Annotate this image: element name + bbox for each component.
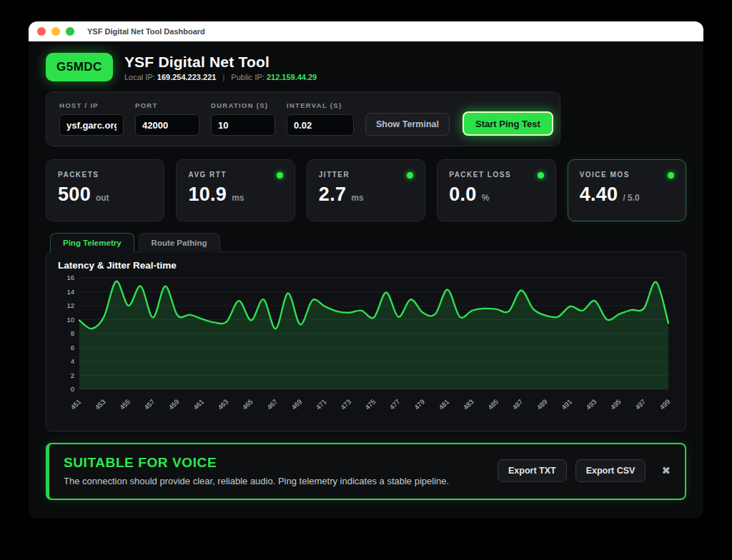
svg-text:479: 479 — [412, 398, 426, 411]
verdict-text-block: SUITABLE FOR VOICE The connection should… — [64, 455, 489, 486]
svg-text:14: 14 — [66, 288, 74, 296]
svg-text:499: 499 — [658, 398, 671, 411]
svg-text:457: 457 — [142, 398, 156, 411]
svg-text:491: 491 — [560, 398, 573, 411]
stat-label: VOICE MOS — [580, 171, 674, 179]
show-terminal-button[interactable]: Show Terminal — [365, 113, 450, 136]
svg-text:2: 2 — [71, 371, 74, 379]
status-ok-dot — [668, 172, 674, 179]
svg-text:453: 453 — [94, 398, 107, 411]
svg-text:493: 493 — [584, 398, 598, 411]
stat-value: 0.0 — [449, 184, 476, 206]
local-ip-value: 169.254.223.221 — [157, 73, 217, 81]
svg-text:485: 485 — [486, 398, 500, 411]
status-ok-dot — [538, 172, 544, 179]
stat-label: JITTER — [319, 171, 413, 179]
verdict-title: SUITABLE FOR VOICE — [64, 455, 489, 471]
svg-text:471: 471 — [315, 398, 328, 411]
svg-text:12: 12 — [66, 301, 74, 309]
title-block: YSF Digital Net Tool Local IP: 169.254.2… — [124, 54, 317, 81]
svg-text:6: 6 — [71, 344, 74, 351]
stat-label: PACKETS — [58, 171, 152, 179]
interval-label: INTERVAL (S) — [287, 101, 354, 109]
stat-card-packets: PACKETS 500 out — [46, 159, 164, 221]
verdict-banner: SUITABLE FOR VOICE The connection should… — [46, 443, 686, 500]
verdict-message: The connection should provide clear, rel… — [64, 476, 489, 486]
duration-field-group: DURATION (S) — [211, 101, 275, 136]
tab-route-pathing[interactable]: Route Pathing — [139, 233, 220, 252]
svg-text:8: 8 — [71, 329, 74, 337]
public-ip-label: Public IP: — [231, 73, 264, 81]
interval-field-group: INTERVAL (S) — [287, 101, 354, 136]
close-banner-icon[interactable]: ✖ — [661, 464, 671, 477]
desktop-background: YSF Digital Net Tool Dashboard G5MDC YSF… — [0, 0, 732, 560]
port-label: PORT — [135, 101, 199, 109]
stat-unit: ms — [351, 193, 363, 203]
svg-text:467: 467 — [265, 398, 279, 411]
svg-text:469: 469 — [290, 398, 303, 411]
host-input[interactable] — [59, 114, 124, 136]
stat-label: AVG RTT — [188, 171, 282, 179]
start-ping-test-button[interactable]: Start Ping Test — [463, 111, 553, 136]
stat-unit: out — [96, 193, 109, 203]
tab-ping-telemetry[interactable]: Ping Telemetry — [50, 233, 134, 252]
svg-text:463: 463 — [216, 398, 229, 411]
port-input[interactable] — [135, 114, 199, 136]
window-titlebar: YSF Digital Net Tool Dashboard — [29, 21, 703, 41]
minimize-window-button[interactable] — [51, 27, 60, 36]
duration-input[interactable] — [211, 114, 275, 136]
close-window-button[interactable] — [37, 27, 46, 36]
app-header: G5MDC YSF Digital Net Tool Local IP: 169… — [46, 53, 686, 81]
export-csv-button[interactable]: Export CSV — [575, 459, 646, 482]
latency-area-chart: 0246810121416451453455457459461463465467… — [56, 272, 674, 428]
stat-value: 500 — [58, 184, 91, 206]
svg-text:16: 16 — [66, 274, 74, 281]
svg-text:497: 497 — [633, 398, 647, 411]
stat-value: 10.9 — [188, 184, 227, 206]
svg-text:473: 473 — [339, 398, 352, 411]
page-title: YSF Digital Net Tool — [124, 54, 317, 71]
host-label: HOST / IP — [59, 101, 124, 109]
stat-card-packet-loss: PACKET LOSS 0.0 % — [437, 159, 555, 221]
stat-card-avg-rtt: AVG RTT 10.9 ms — [176, 159, 295, 221]
svg-text:461: 461 — [192, 398, 205, 411]
zoom-window-button[interactable] — [66, 27, 74, 36]
svg-text:455: 455 — [118, 398, 132, 411]
svg-text:465: 465 — [241, 398, 254, 411]
ip-separator: | — [222, 73, 224, 81]
interval-input[interactable] — [287, 114, 354, 136]
stat-card-jitter: JITTER 2.7 ms — [307, 159, 425, 221]
telemetry-chart-panel: Latency & Jitter Real-time 0246810121416… — [46, 251, 686, 431]
svg-text:459: 459 — [167, 398, 181, 411]
stat-value: 2.7 — [319, 184, 346, 206]
svg-text:4: 4 — [71, 357, 74, 365]
stat-unit: / 5.0 — [623, 193, 639, 203]
svg-text:481: 481 — [437, 398, 450, 411]
chart-tabs: Ping Telemetry Route Pathing — [46, 233, 686, 252]
window-title: YSF Digital Net Tool Dashboard — [87, 27, 205, 36]
duration-label: DURATION (S) — [211, 101, 275, 109]
port-field-group: PORT — [135, 101, 199, 136]
export-txt-button[interactable]: Export TXT — [498, 459, 567, 482]
svg-text:10: 10 — [66, 316, 74, 324]
app-window: YSF Digital Net Tool Dashboard G5MDC YSF… — [29, 21, 703, 519]
status-ok-dot — [277, 172, 283, 179]
svg-text:451: 451 — [69, 398, 82, 411]
stat-value: 4.40 — [580, 184, 618, 206]
svg-text:489: 489 — [535, 398, 549, 411]
svg-text:0: 0 — [71, 385, 74, 393]
stat-unit: ms — [232, 193, 244, 203]
local-ip-label: Local IP: — [124, 73, 155, 81]
host-field-group: HOST / IP — [59, 101, 124, 136]
chart-title: Latency & Jitter Real-time — [58, 260, 676, 271]
svg-text:477: 477 — [388, 398, 402, 411]
stat-unit: % — [482, 193, 490, 203]
stat-card-voice-mos: VOICE MOS 4.40 / 5.0 — [568, 159, 686, 221]
dashboard-content: G5MDC YSF Digital Net Tool Local IP: 169… — [29, 41, 703, 513]
ping-config-panel: HOST / IP PORT DURATION (S) INTERVAL (S)… — [46, 91, 560, 146]
stat-label: PACKET LOSS — [449, 171, 543, 179]
svg-text:475: 475 — [363, 398, 377, 411]
ip-address-line: Local IP: 169.254.223.221 | Public IP: 2… — [124, 73, 317, 81]
public-ip-value: 212.159.44.29 — [267, 73, 317, 81]
svg-text:487: 487 — [510, 398, 524, 411]
